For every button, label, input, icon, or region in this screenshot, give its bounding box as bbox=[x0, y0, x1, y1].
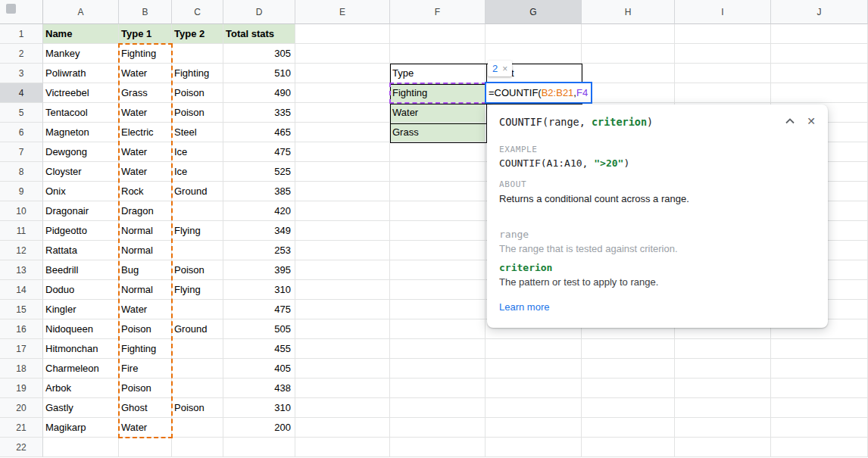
cell-B2[interactable]: Fighting bbox=[119, 44, 172, 64]
cell-A5[interactable]: Tentacool bbox=[43, 103, 119, 123]
cell-A17[interactable]: Hitmonchan bbox=[43, 339, 119, 359]
cell-G22[interactable] bbox=[486, 438, 582, 457]
cell-J4[interactable] bbox=[771, 83, 868, 103]
cell-F18[interactable] bbox=[390, 359, 486, 379]
cell-D10[interactable]: 420 bbox=[223, 201, 295, 221]
cell-C18[interactable] bbox=[172, 359, 223, 379]
cell-C17[interactable] bbox=[172, 339, 223, 359]
cell-D20[interactable]: 310 bbox=[223, 398, 295, 418]
cell-B22[interactable] bbox=[119, 438, 172, 457]
cell-E17[interactable] bbox=[295, 339, 390, 359]
cell-A16[interactable]: Nidoqueen bbox=[43, 319, 119, 339]
cell-D11[interactable]: 349 bbox=[223, 221, 295, 241]
cell-B6[interactable]: Electric bbox=[119, 123, 172, 142]
cell-J22[interactable] bbox=[771, 438, 868, 457]
cell-I3[interactable] bbox=[675, 64, 771, 83]
cell-D7[interactable]: 475 bbox=[223, 142, 295, 162]
cell-I21[interactable] bbox=[675, 418, 771, 438]
cell-F20[interactable] bbox=[390, 398, 486, 418]
cell-D9[interactable]: 385 bbox=[223, 182, 295, 201]
column-header-C[interactable]: C bbox=[172, 0, 223, 24]
cell-H4[interactable] bbox=[582, 83, 675, 103]
learn-more-link[interactable]: Learn more bbox=[499, 301, 549, 313]
cell-E4[interactable] bbox=[295, 83, 390, 103]
cell-A19[interactable]: Arbok bbox=[43, 379, 119, 398]
row-header-15[interactable]: 15 bbox=[0, 300, 43, 319]
formula-editor[interactable]: =COUNTIF(B2:B21,F4 bbox=[485, 82, 592, 104]
cell-E9[interactable] bbox=[295, 182, 390, 201]
cell-B7[interactable]: Water bbox=[119, 142, 172, 162]
cell-B9[interactable]: Rock bbox=[119, 182, 172, 201]
close-icon[interactable]: ✕ bbox=[807, 116, 816, 126]
cell-F11[interactable] bbox=[390, 221, 486, 241]
row-header-12[interactable]: 12 bbox=[0, 241, 43, 260]
cell-C11[interactable]: Flying bbox=[172, 221, 223, 241]
cell-A1[interactable]: Name bbox=[43, 24, 119, 44]
cell-C14[interactable]: Flying bbox=[172, 280, 223, 300]
cell-I4[interactable] bbox=[675, 83, 771, 103]
cell-B5[interactable]: Water bbox=[119, 103, 172, 123]
cell-H22[interactable] bbox=[582, 438, 675, 457]
cell-D4[interactable]: 490 bbox=[223, 83, 295, 103]
column-header-I[interactable]: I bbox=[675, 0, 771, 24]
cell-I17[interactable] bbox=[675, 339, 771, 359]
cell-F17[interactable] bbox=[390, 339, 486, 359]
cell-D2[interactable]: 305 bbox=[223, 44, 295, 64]
row-header-21[interactable]: 21 bbox=[0, 418, 43, 438]
cell-B10[interactable]: Dragon bbox=[119, 201, 172, 221]
cell-J2[interactable] bbox=[771, 44, 868, 64]
cell-I22[interactable] bbox=[675, 438, 771, 457]
cell-A13[interactable]: Beedrill bbox=[43, 260, 119, 280]
cell-A11[interactable]: Pidgeotto bbox=[43, 221, 119, 241]
cell-D6[interactable]: 465 bbox=[223, 123, 295, 142]
row-header-22[interactable]: 22 bbox=[0, 438, 43, 457]
cell-C19[interactable] bbox=[172, 379, 223, 398]
cell-C12[interactable] bbox=[172, 241, 223, 260]
cell-D8[interactable]: 525 bbox=[223, 162, 295, 182]
cell-D14[interactable]: 310 bbox=[223, 280, 295, 300]
cell-F4[interactable]: Fighting bbox=[390, 83, 486, 103]
cell-E19[interactable] bbox=[295, 379, 390, 398]
cell-J19[interactable] bbox=[771, 379, 868, 398]
cell-E13[interactable] bbox=[295, 260, 390, 280]
cell-F16[interactable] bbox=[390, 319, 486, 339]
cell-A20[interactable]: Gastly bbox=[43, 398, 119, 418]
cell-G21[interactable] bbox=[486, 418, 582, 438]
cell-B20[interactable]: Ghost bbox=[119, 398, 172, 418]
column-header-G[interactable]: G bbox=[486, 0, 582, 24]
cell-H18[interactable] bbox=[582, 359, 675, 379]
column-header-D[interactable]: D bbox=[223, 0, 295, 24]
cell-E18[interactable] bbox=[295, 359, 390, 379]
cell-A7[interactable]: Dewgong bbox=[43, 142, 119, 162]
cell-I2[interactable] bbox=[675, 44, 771, 64]
cell-C16[interactable]: Ground bbox=[172, 319, 223, 339]
row-header-10[interactable]: 10 bbox=[0, 201, 43, 221]
cell-C7[interactable]: Ice bbox=[172, 142, 223, 162]
cell-D3[interactable]: 510 bbox=[223, 64, 295, 83]
cell-G20[interactable] bbox=[486, 398, 582, 418]
cell-C13[interactable]: Poison bbox=[172, 260, 223, 280]
cell-F19[interactable] bbox=[390, 379, 486, 398]
cell-E10[interactable] bbox=[295, 201, 390, 221]
cell-A4[interactable]: Victreebel bbox=[43, 83, 119, 103]
cell-A22[interactable] bbox=[43, 438, 119, 457]
cell-F2[interactable] bbox=[390, 44, 486, 64]
cell-D19[interactable]: 438 bbox=[223, 379, 295, 398]
cell-F3[interactable]: Type bbox=[390, 64, 486, 83]
cell-D13[interactable]: 395 bbox=[223, 260, 295, 280]
cell-G19[interactable] bbox=[486, 379, 582, 398]
cell-H17[interactable] bbox=[582, 339, 675, 359]
cell-F21[interactable] bbox=[390, 418, 486, 438]
row-header-16[interactable]: 16 bbox=[0, 319, 43, 339]
cell-B3[interactable]: Water bbox=[119, 64, 172, 83]
cell-F9[interactable] bbox=[390, 182, 486, 201]
cell-C15[interactable] bbox=[172, 300, 223, 319]
row-header-13[interactable]: 13 bbox=[0, 260, 43, 280]
cell-A15[interactable]: Kingler bbox=[43, 300, 119, 319]
cell-D22[interactable] bbox=[223, 438, 295, 457]
cell-B1[interactable]: Type 1 bbox=[119, 24, 172, 44]
cell-C10[interactable] bbox=[172, 201, 223, 221]
cell-B8[interactable]: Water bbox=[119, 162, 172, 182]
cell-J20[interactable] bbox=[771, 398, 868, 418]
cell-E2[interactable] bbox=[295, 44, 390, 64]
